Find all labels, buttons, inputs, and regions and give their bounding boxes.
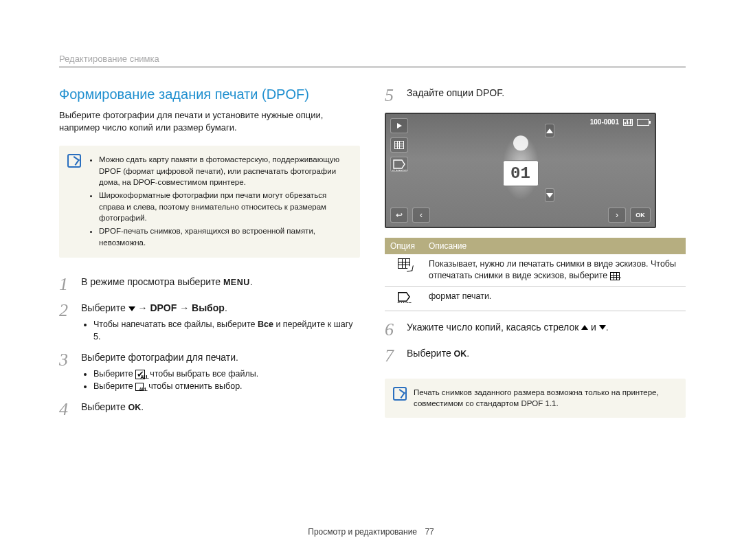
step-number: 4 <box>59 401 74 418</box>
step-body: Выберите → DPOF → Выбор.Чтобы напечатать… <box>81 302 360 343</box>
step: 7Выберите OK. <box>385 347 686 365</box>
step-body: Укажите число копий, касаясь стрелок и . <box>407 321 686 339</box>
chevron-up-icon <box>581 325 588 330</box>
page-footer: Просмотр и редактирование 77 <box>308 527 434 537</box>
page-title: Формирование задания печати (DPOF) <box>59 87 360 102</box>
deselect-all-icon: ALL <box>135 383 144 391</box>
thumbnail-grid-inline-icon <box>610 272 620 280</box>
page-number: 77 <box>425 527 434 537</box>
step: 5 Задайте опции DPOF. <box>385 87 686 104</box>
cancel-print-icon: CANCEL <box>390 157 408 172</box>
step-number: 5 <box>385 87 400 104</box>
step: 4Выберите OK. <box>59 401 360 418</box>
battery-icon <box>637 119 649 126</box>
step-number: 6 <box>385 321 400 339</box>
intro-text: Выберите фотографии для печати и установ… <box>59 109 360 133</box>
file-counter: 100-0001 <box>590 118 619 126</box>
ok-button: OK <box>630 208 651 223</box>
right-column: 5 Задайте опции DPOF. CANCEL 100-0001 <box>385 87 686 427</box>
step: 1В режиме просмотра выберите MENU. <box>59 276 360 293</box>
chevron-down-icon <box>599 325 606 330</box>
step-number: 2 <box>59 302 74 343</box>
steps-right: 6Укажите число копий, касаясь стрелок и … <box>385 321 686 365</box>
step-body: В режиме просмотра выберите MENU. <box>81 276 360 293</box>
select-all-icon: ALL <box>135 370 145 379</box>
chevron-down-icon <box>128 306 135 311</box>
step-sub-bullets: Чтобы напечатать все файлы, выберите Все… <box>81 318 360 343</box>
copy-count: 01 <box>503 160 539 186</box>
step: 2Выберите → DPOF → Выбор.Чтобы напечатат… <box>59 302 360 343</box>
table-row: CANCELформат печати. <box>385 286 686 311</box>
bullet-item: Выберите ALL, чтобы выбрать все файлы. <box>93 368 360 380</box>
note-list-1: Можно сдать карту памяти в фотомастерску… <box>88 154 350 249</box>
option-icon-cell: CANCEL <box>385 286 423 311</box>
options-table: Опция Описание Показывает, нужно ли печа… <box>385 238 686 311</box>
back-icon: ↩ <box>390 208 408 223</box>
footer-section: Просмотр и редактирование <box>308 527 417 537</box>
menu-word: MENU <box>223 278 250 287</box>
breadcrumb: Редактирование снимка <box>59 54 686 67</box>
svg-text:CANCEL: CANCEL <box>392 169 407 171</box>
step-number: 1 <box>59 276 74 293</box>
thumbnail-grid-icon <box>390 137 408 153</box>
decrease-arrow <box>545 188 554 202</box>
step-number: 7 <box>385 347 400 365</box>
header-rule <box>59 67 686 67</box>
print-size-icon: CANCEL <box>396 291 412 303</box>
camera-screen-mock: CANCEL 100-0001 01 ↩ ‹ <box>385 113 656 228</box>
step-body: Выберите фотографии для печати.Выберите … <box>81 351 360 392</box>
step: 3Выберите фотографии для печати.Выберите… <box>59 351 360 392</box>
step-sub-bullets: Выберите ALL, чтобы выбрать все файлы.Вы… <box>81 368 360 392</box>
table-row: Показывает, нужно ли печатать снимки в в… <box>385 254 686 286</box>
note-item: DPOF-печать снимков, хранящихся во встро… <box>99 225 350 248</box>
increase-arrow <box>545 124 554 137</box>
ok-word: OK <box>454 349 467 359</box>
thumbnail-print-icon <box>398 258 410 269</box>
play-icon <box>390 118 408 133</box>
prev-icon: ‹ <box>412 208 430 223</box>
step-body: Задайте опции DPOF. <box>407 87 686 104</box>
step-number: 3 <box>59 351 74 392</box>
bullet-item: Выберите ALL, чтобы отменить выбор. <box>93 380 360 392</box>
option-icon-cell <box>385 254 423 286</box>
th-desc: Описание <box>423 238 686 254</box>
note-icon <box>393 387 407 401</box>
note-box-1: Можно сдать карту памяти в фотомастерску… <box>59 146 360 258</box>
steps-left: 1В режиме просмотра выберите MENU.2Выбер… <box>59 276 360 418</box>
ok-word: OK <box>128 403 142 412</box>
th-option: Опция <box>385 238 423 254</box>
svg-text:CANCEL: CANCEL <box>397 301 412 302</box>
option-desc-cell: Показывает, нужно ли печатать снимки в в… <box>423 254 686 286</box>
left-column: Формирование задания печати (DPOF) Выбер… <box>59 87 360 427</box>
step-body: Выберите OK. <box>407 347 686 365</box>
bullet-item: Чтобы напечатать все файлы, выберите Все… <box>93 318 360 343</box>
next-icon: › <box>608 208 626 223</box>
histogram-icon <box>623 119 633 126</box>
note-box-2: Печать снимков заданного размера возможн… <box>385 379 686 418</box>
note-item: Широкоформатные фотографии при печати мо… <box>99 190 350 224</box>
step-body: Выберите OK. <box>81 401 360 418</box>
note-text: Печать снимков заданного размера возможн… <box>414 387 676 410</box>
option-desc-cell: формат печати. <box>423 286 686 311</box>
step: 6Укажите число копий, касаясь стрелок и … <box>385 321 686 339</box>
note-item: Можно сдать карту памяти в фотомастерску… <box>99 154 350 188</box>
note-icon <box>67 154 81 168</box>
